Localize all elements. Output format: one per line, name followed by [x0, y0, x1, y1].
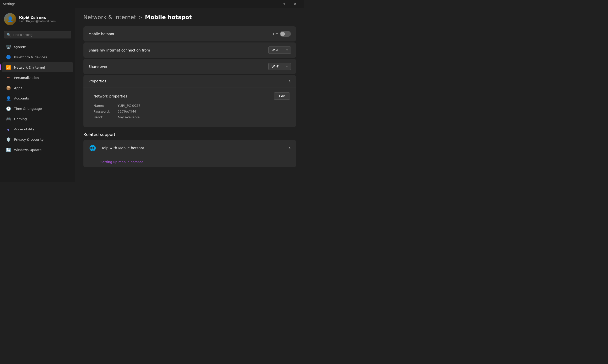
sidebar-item-system[interactable]: 🖥️ System: [2, 42, 73, 52]
share-from-label: Share my internet connection from: [88, 48, 150, 52]
accounts-icon: 👤: [6, 96, 11, 101]
sidebar-item-label-bluetooth: Bluetooth & devices: [14, 55, 47, 59]
sidebar-item-time[interactable]: 🕐 Time & language: [2, 103, 73, 114]
sidebar-nav: 🖥️ System 🔵 Bluetooth & devices 📶 Networ…: [0, 41, 75, 155]
bluetooth-icon: 🔵: [6, 55, 11, 60]
edit-button[interactable]: Edit: [274, 92, 290, 100]
sidebar-item-bluetooth[interactable]: 🔵 Bluetooth & devices: [2, 52, 73, 62]
titlebar: Settings ─ □ ✕: [0, 0, 304, 8]
password-value: 5276p@M4: [118, 110, 136, 113]
sidebar-item-label-accounts: Accounts: [14, 96, 29, 100]
time-icon: 🕐: [6, 106, 11, 111]
breadcrumb-separator: >: [139, 15, 142, 20]
properties-section: Properties ∧ Network properties Edit Nam…: [83, 75, 296, 127]
properties-label: Properties: [88, 79, 106, 83]
band-value: Any available: [118, 115, 140, 119]
maximize-button[interactable]: □: [278, 0, 289, 8]
user-info: Юрій Світлик sweetlikyuri@hotmail.com: [19, 16, 56, 23]
name-prop-row: Name: YURI_PC 0027: [93, 104, 290, 108]
sidebar-item-label-gaming: Gaming: [14, 117, 27, 121]
band-prop-row: Band: Any available: [93, 115, 290, 119]
share-from-row: Share my internet connection from Wi-Fi …: [83, 42, 296, 58]
search-input[interactable]: [13, 33, 69, 37]
settings-title: Settings: [3, 2, 15, 6]
globe-icon: 🌐: [88, 144, 96, 152]
chevron-up-icon: ∧: [288, 79, 291, 83]
share-over-section: Share over Wi-Fi ▾: [83, 59, 296, 74]
minimize-button[interactable]: ─: [266, 0, 278, 8]
search-container: 🔍: [0, 29, 75, 41]
search-box[interactable]: 🔍: [4, 31, 71, 38]
avatar-image: 👤: [4, 13, 16, 25]
name-value: YURI_PC 0027: [118, 104, 140, 108]
support-section: 🌐 Help with Mobile hotspot ∧ Setting up …: [83, 140, 296, 167]
sidebar-item-label-personalization: Personalization: [14, 76, 39, 80]
share-from-dropdown[interactable]: Wi-Fi ▾: [268, 46, 291, 54]
sidebar-item-update[interactable]: 🔄 Windows Update: [2, 145, 73, 155]
share-from-dropdown-container: Wi-Fi ▾: [268, 46, 291, 54]
share-from-section: Share my internet connection from Wi-Fi …: [83, 42, 296, 58]
share-over-value: Wi-Fi: [272, 65, 279, 68]
setup-link-row: Setting up mobile hotspot: [83, 156, 296, 167]
user-email: sweetlikyuri@hotmail.com: [19, 20, 56, 23]
network-icon: 📶: [6, 65, 11, 70]
sidebar-item-personalization[interactable]: ✏️ Personalization: [2, 73, 73, 83]
sidebar-item-label-time: Time & language: [14, 107, 42, 111]
sidebar-item-gaming[interactable]: 🎮 Gaming: [2, 114, 73, 124]
share-over-label: Share over: [88, 65, 108, 69]
share-over-row: Share over Wi-Fi ▾: [83, 59, 296, 74]
app-container: 👤 Юрій Світлик sweetlikyuri@hotmail.com …: [0, 8, 304, 182]
toggle-track[interactable]: [280, 31, 291, 37]
hotspot-toggle-section: Mobile hotspot Off: [83, 26, 296, 41]
breadcrumb: Network & internet > Mobile hotspot: [83, 14, 296, 20]
help-left: 🌐 Help with Mobile hotspot: [88, 144, 144, 152]
user-name: Юрій Світлик: [19, 16, 56, 20]
password-prop-row: Password: 5276p@M4: [93, 110, 290, 113]
password-key: Password:: [93, 110, 114, 113]
network-props-header: Network properties Edit: [93, 92, 290, 100]
share-over-dropdown[interactable]: Wi-Fi ▾: [268, 63, 291, 70]
sidebar-item-privacy[interactable]: 🛡️ Privacy & security: [2, 134, 73, 144]
window-controls: ─ □ ✕: [266, 0, 301, 8]
properties-header[interactable]: Properties ∧: [83, 75, 296, 87]
breadcrumb-current: Mobile hotspot: [145, 14, 192, 20]
sidebar-item-label-network: Network & internet: [14, 66, 45, 69]
chevron-up-icon-2: ∧: [288, 146, 291, 150]
apps-icon: 📦: [6, 85, 11, 90]
breadcrumb-parent: Network & internet: [83, 14, 136, 20]
toggle-state-text: Off: [273, 32, 278, 36]
hotspot-toggle-label: Mobile hotspot: [88, 32, 115, 36]
share-over-dropdown-container: Wi-Fi ▾: [268, 63, 291, 70]
sidebar-item-label-update: Windows Update: [14, 148, 41, 152]
sidebar-item-label-system: System: [14, 45, 26, 49]
sidebar-item-label-privacy: Privacy & security: [14, 138, 43, 141]
network-props-title: Network properties: [93, 94, 127, 98]
update-icon: 🔄: [6, 147, 11, 152]
privacy-icon: 🛡️: [6, 137, 11, 142]
sidebar-item-accounts[interactable]: 👤 Accounts: [2, 93, 73, 103]
system-icon: 🖥️: [6, 44, 11, 49]
related-support-title: Related support: [83, 132, 296, 137]
avatar: 👤: [4, 13, 16, 25]
sidebar-item-network[interactable]: 📶 Network & internet: [2, 62, 73, 72]
accessibility-icon: ♿: [6, 127, 11, 132]
sidebar-item-accessibility[interactable]: ♿ Accessibility: [2, 124, 73, 134]
properties-content: Network properties Edit Name: YURI_PC 00…: [83, 87, 296, 127]
sidebar-item-label-apps: Apps: [14, 86, 22, 90]
gaming-icon: 🎮: [6, 116, 11, 121]
close-button[interactable]: ✕: [289, 0, 301, 8]
hotspot-toggle-switch[interactable]: Off: [273, 31, 291, 37]
chevron-down-icon-2: ▾: [286, 65, 288, 68]
chevron-down-icon: ▾: [286, 48, 288, 52]
sidebar-item-apps[interactable]: 📦 Apps: [2, 83, 73, 93]
hotspot-toggle-row: Mobile hotspot Off: [83, 26, 296, 41]
user-profile: 👤 Юрій Світлик sweetlikyuri@hotmail.com: [0, 8, 75, 29]
sidebar: 👤 Юрій Світлик sweetlikyuri@hotmail.com …: [0, 8, 75, 182]
name-key: Name:: [93, 104, 114, 108]
sidebar-item-label-accessibility: Accessibility: [14, 127, 34, 131]
band-key: Band:: [93, 115, 114, 119]
personalization-icon: ✏️: [6, 75, 11, 80]
setup-link[interactable]: Setting up mobile hotspot: [100, 160, 143, 164]
share-from-value: Wi-Fi: [272, 48, 279, 52]
help-label: Help with Mobile hotspot: [100, 146, 144, 150]
